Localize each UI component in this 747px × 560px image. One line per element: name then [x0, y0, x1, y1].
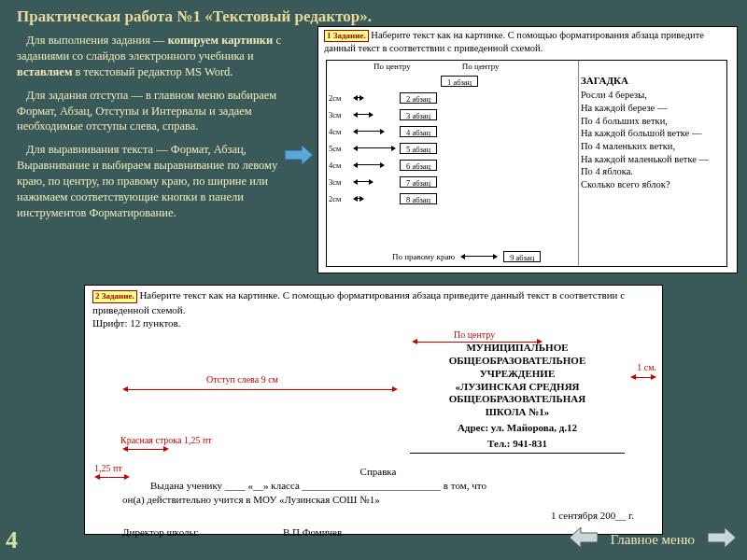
align-label: По центру: [462, 62, 500, 71]
spravka-date: 1 сентября 200__ г.: [122, 509, 634, 523]
task1-badge: 1 Задание.: [324, 30, 369, 42]
paragraph-box: 7 абзац: [400, 176, 437, 188]
riddle-line: На каждой березе —: [581, 102, 721, 115]
letterhead-line: ОБЩЕОБРАЗОВАТЕЛЬНАЯ: [410, 393, 625, 406]
hdim-arrow-icon: [353, 194, 364, 203]
indent-row: 3см7 абзац: [327, 174, 578, 190]
riddle-line: Росли 4 березы,: [581, 89, 721, 102]
indent-row: 2см2 абзац: [327, 90, 578, 106]
instruction-paragraph: Для выравнивания текста — Формат, Абзац,…: [17, 142, 297, 220]
indent-dim: 3см: [327, 110, 353, 119]
svg-marker-0: [285, 145, 313, 165]
task2-letterhead: МУНИЦИПАЛЬНОЕОБЩЕОБРАЗОВАТЕЛЬНОЕУЧРЕЖДЕН…: [410, 342, 625, 454]
letterhead-line: МУНИЦИПАЛЬНОЕ: [410, 342, 625, 355]
indent-dim: 2см: [327, 194, 353, 203]
indent-left-label: Отступ слева 9 см: [206, 374, 278, 385]
paragraph-box: 3 абзац: [400, 109, 437, 120]
address-line: Адрес: ул. Майорова, д.12: [410, 422, 625, 435]
instruction-paragraph: Для задания отступа — в главном меню выб…: [17, 88, 297, 135]
task1-indent-diagram: По центру По центру 1 абзац2см2 абзац3см…: [327, 61, 579, 266]
indent-row: 5см5 абзац: [327, 140, 578, 157]
hdim-arrow-icon: [353, 127, 385, 136]
hdim-arrow-icon: [353, 110, 374, 119]
task1-panel: 1 Задание. Наберите текст как на картинк…: [317, 26, 738, 273]
task1-riddle: ЗАГАДКА Росли 4 березы,На каждой березе …: [581, 74, 721, 190]
riddle-line: По 4 больших ветки,: [581, 115, 721, 128]
spravka-block: Справка Выдана ученику ____ «__» класса …: [122, 465, 634, 539]
main-menu-link[interactable]: Главное меню: [611, 532, 695, 548]
pointer-arrow-icon: [285, 145, 313, 169]
indent-dim: 2см: [327, 93, 353, 103]
director-label: Директор школы:: [122, 525, 199, 539]
paragraph-box: 9 абзац: [503, 251, 541, 262]
hdim-arrow-icon: [353, 144, 396, 153]
svg-marker-1: [570, 527, 598, 548]
right-margin-label: 1 см.: [637, 362, 656, 372]
red-arrow-icon: [122, 385, 398, 394]
hdim-arrow-icon: [353, 177, 374, 187]
nav-prev-button[interactable]: [570, 527, 598, 552]
indent-row: 1 абзац: [327, 73, 578, 90]
svg-marker-2: [708, 527, 736, 548]
page-number: 4: [6, 526, 18, 554]
bottom-nav: Главное меню: [570, 527, 736, 552]
task2-badge: 2 Задание.: [92, 290, 137, 303]
align-label: По центру: [374, 62, 411, 71]
indent-dim: 5см: [327, 144, 353, 153]
hdim-arrow-icon: [353, 93, 364, 103]
paragraph-box: 4 абзац: [400, 126, 437, 137]
indent-dim: 4см: [327, 127, 353, 136]
riddle-line: По 4 яблока.: [581, 165, 721, 178]
director-name: В.П.Фомичев: [283, 525, 342, 539]
indent-row: 3см3 абзац: [327, 106, 578, 123]
letterhead-line: ШКОЛА №1»: [410, 406, 625, 419]
letterhead-line: «ЛУЗИНСКАЯ СРЕДНЯЯ: [410, 381, 625, 394]
red-arrow-icon: [630, 373, 656, 382]
paragraph-box: 6 абзац: [400, 160, 437, 171]
nav-next-button[interactable]: [708, 527, 736, 552]
riddle-title: ЗАГАДКА: [581, 74, 721, 87]
paragraph-box: 8 абзац: [400, 193, 437, 204]
task1-body: По центру По центру 1 абзац2см2 абзац3см…: [326, 60, 727, 267]
riddle-line: На каждой большой ветке —: [581, 127, 721, 140]
task2-panel: 2 Задание. Наберите текст как на картинк…: [84, 285, 663, 535]
instruction-paragraph: Для выполнения задания — копируем картин…: [17, 33, 297, 80]
indent-row: 2см8 абзац: [327, 190, 578, 207]
task2-heading: 2 Задание. Наберите текст как на картинк…: [85, 286, 662, 332]
hdim-arrow-icon: [353, 161, 385, 170]
indent-dim: 3см: [327, 177, 353, 187]
letterhead-line: УЧРЕЖДЕНИЕ: [410, 368, 625, 381]
paragraph-box: 5 абзац: [400, 143, 437, 154]
indent-row: 4см6 абзац: [327, 157, 578, 174]
riddle-line: Сколько всего яблок?: [581, 178, 721, 191]
task1-heading: 1 Задание. Наберите текст как на картинк…: [318, 27, 737, 57]
paragraph-box: 2 абзац: [400, 92, 437, 104]
riddle-line: По 4 маленьких ветки,: [581, 140, 721, 153]
letterhead-line: ОБЩЕОБРАЗОВАТЕЛЬНОЕ: [410, 355, 625, 368]
spravka-line: Выдана ученику ____ «__» класса ________…: [122, 479, 634, 493]
indent-row: 4см4 абзац: [327, 123, 578, 140]
red-arrow-icon: [122, 445, 169, 454]
first-line-label: Красная строка 1,25 пт: [120, 435, 212, 445]
riddle-line: На каждой маленькой ветке —: [581, 153, 721, 166]
val125-label: 1,25 пт: [94, 463, 122, 473]
indent-dim: 4см: [327, 161, 353, 170]
address-line: Тел.: 941-831: [410, 438, 625, 451]
spravka-line: он(а) действительно учится в МОУ «Лузинс…: [122, 493, 634, 507]
task2-body: По центру Отступ слева 9 см 1 см. МУНИЦИ…: [85, 332, 662, 549]
align-label: По правому краю: [392, 252, 455, 261]
instructions-block: Для выполнения задания — копируем картин…: [17, 33, 297, 229]
spravka-title: Справка: [122, 465, 634, 479]
paragraph-box: 1 абзац: [441, 76, 478, 87]
